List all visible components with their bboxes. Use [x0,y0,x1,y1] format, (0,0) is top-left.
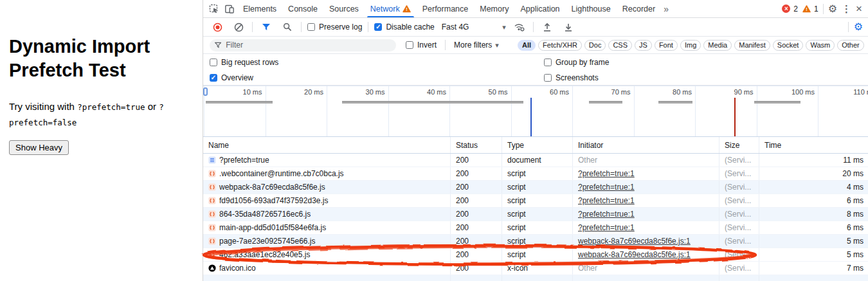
column-header-type[interactable]: Type [502,137,573,153]
timeline-gridline [266,86,266,136]
tab-label: Application [520,5,559,14]
network-request-row[interactable]: page-7ae23e0925745e66.js200scriptwebpack… [203,235,868,248]
timeline-tick-label: 20 ms [280,88,323,96]
preserve-log-checkbox[interactable]: Preserve log [307,23,362,32]
initiator-text: Other [578,264,597,273]
cell-name: fd9d1056-693ad74f37592d3e.js [203,194,451,207]
initiator-link[interactable]: webpack-8a7c69ecda8c5f6e.js:1 [578,250,691,259]
column-header-initiator[interactable]: Initiator [573,137,719,153]
clear-icon[interactable] [231,19,246,35]
initiator-link[interactable]: ?prefetch=true:1 [578,223,635,232]
inspect-element-icon[interactable] [206,1,222,17]
more-menu-icon[interactable]: ⋮ [842,4,851,14]
network-overview-timeline[interactable]: 10 ms20 ms30 ms40 ms50 ms60 ms70 ms80 ms… [203,86,868,137]
network-request-row[interactable]: fd9d1056-693ad74f37592d3e.js200script?pr… [203,194,868,208]
column-header-size[interactable]: Size [719,137,759,153]
network-conditions-icon[interactable] [512,19,527,35]
filter-funnel-icon[interactable] [258,19,274,35]
overview-window-handle[interactable] [203,87,208,96]
tab-label: Console [288,5,318,14]
overview-checkbox[interactable]: ✓Overview [210,73,544,82]
cell-initiator: ?prefetch=true:1 [573,194,719,207]
tab-sources[interactable]: Sources [323,0,365,17]
network-request-row[interactable]: main-app-dd5d01d5f584e6fa.js200script?pr… [203,221,868,235]
cell-size: (Servi... [719,181,759,194]
import-har-icon[interactable] [539,19,555,35]
tab-memory[interactable]: Memory [474,0,514,17]
warning-badge[interactable]: ! 1 [802,5,818,14]
network-request-row[interactable]: .webcontainer@runtime.cb7c0bca.js200scri… [203,167,868,181]
type-pill-doc[interactable]: Doc [584,40,606,51]
more-filters-button[interactable]: More filters ▾ [454,41,499,50]
filter-input[interactable] [224,40,391,50]
initiator-link[interactable]: ?prefetch=true:1 [578,210,635,219]
cell-status: 200 [451,194,502,207]
error-badge[interactable]: × 2 [782,5,798,14]
network-request-row[interactable]: ?prefetch=true200documentOther(Servi...1… [203,154,868,167]
divider [823,4,824,14]
tab-label: Elements [243,5,276,14]
show-heavy-button[interactable]: Show Heavy [9,140,69,155]
close-icon[interactable]: × [856,3,862,14]
initiator-link[interactable]: ?prefetch=true:1 [578,169,635,178]
disable-cache-checkbox[interactable]: ✓ Disable cache [374,23,434,32]
network-request-row[interactable]: webpack-8a7c69ecda8c5f6e.js200script?pre… [203,181,868,194]
checkbox-label: Big request rows [221,58,278,67]
type-pill-fetchxhr[interactable]: Fetch/XHR [538,40,582,51]
cell-initiator: ?prefetch=true:1 [573,221,719,234]
tab-console[interactable]: Console [282,0,323,17]
initiator-link[interactable]: ?prefetch=true:1 [578,196,635,205]
load-event-marker [734,98,736,136]
big-request-rows-checkbox[interactable]: Big request rows [210,58,544,67]
checkbox-unchecked [544,59,552,66]
tab-network[interactable]: Network! [365,0,417,17]
column-header-status[interactable]: Status [451,137,502,153]
tab-label: Performance [422,5,469,14]
type-pill-wasm[interactable]: Wasm [806,40,835,51]
initiator-link[interactable]: ?prefetch=true:1 [578,183,635,192]
cell-size: (Servi... [719,208,759,221]
tab-lighthouse[interactable]: Lighthouse [566,0,617,17]
cell-size: (Servi... [719,248,759,261]
initiator-link[interactable]: webpack-8a7c69ecda8c5f6e.js:1 [578,237,691,246]
tab-elements[interactable]: Elements [237,0,282,17]
network-settings-gear-icon[interactable]: ⚙ [854,22,863,32]
request-name: 864-35da487265716ec6.js [219,210,311,219]
more-tabs-chevron-icon[interactable]: » [661,4,671,14]
warning-triangle-icon: ! [802,5,811,13]
tab-performance[interactable]: Performance [417,0,475,17]
toolbar-right-cluster: ⚙ [848,22,863,32]
network-request-row[interactable]: favicon.ico200x-iconOther(Servi...7 ms [203,262,868,275]
export-har-icon[interactable] [561,19,576,35]
column-header-time[interactable]: Time [759,137,868,153]
invert-checkbox[interactable]: Invert [406,41,437,50]
device-toolbar-icon[interactable] [222,1,237,17]
type-pill-js[interactable]: JS [635,40,652,51]
column-header-name[interactable]: Name [203,137,451,153]
type-pill-manifest[interactable]: Manifest [734,40,770,51]
type-pill-font[interactable]: Font [655,40,678,51]
screenshots-checkbox[interactable]: Screenshots [544,73,868,82]
timeline-gridline [757,86,757,136]
type-pill-media[interactable]: Media [703,40,732,51]
tab-application[interactable]: Application [514,0,565,17]
record-icon[interactable] [210,19,225,35]
request-name: webpack-8a7c69ecda8c5f6e.js [219,183,325,192]
checkbox-label: Overview [221,73,253,82]
settings-gear-icon[interactable]: ⚙ [828,4,837,14]
type-pill-all[interactable]: All [518,40,536,51]
type-pill-socket[interactable]: Socket [773,40,804,51]
network-request-row[interactable]: 462.a33aae1ec82e40e5.js200scriptwebpack-… [203,248,868,262]
throttling-select[interactable]: Fast 4G ▾ [442,23,506,32]
type-pill-other[interactable]: Other [837,40,864,51]
network-request-row[interactable]: 864-35da487265716ec6.js200script?prefetc… [203,208,868,221]
tab-recorder[interactable]: Recorder [617,0,661,17]
tab-label: Network [370,5,400,14]
group-by-frame-checkbox[interactable]: Group by frame [544,58,868,67]
type-pill-css[interactable]: CSS [608,40,632,51]
search-icon[interactable] [280,19,295,35]
divider [533,22,534,32]
type-pill-img[interactable]: Img [680,40,701,51]
browser-page: Dynamic Import Prefetch Test Try visitin… [0,0,203,281]
timeline-gridline [327,86,327,136]
